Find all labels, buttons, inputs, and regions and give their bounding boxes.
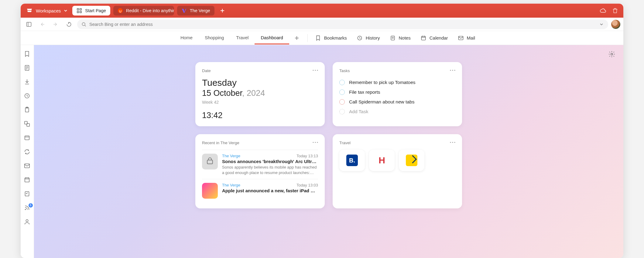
- widget-menu-button[interactable]: [450, 140, 455, 146]
- clipboard-icon: [24, 106, 30, 113]
- panel-notes[interactable]: [24, 106, 31, 114]
- sync-icon: [24, 148, 30, 155]
- panel-reading-list[interactable]: [24, 64, 31, 72]
- date-widget: Date Tuesday 15 October, 2024 Week 42 13…: [195, 62, 325, 126]
- plus-icon: [220, 9, 224, 13]
- svg-rect-1: [80, 9, 81, 10]
- browser-window: Workspaces Start Page Reddit - Dive into…: [21, 4, 623, 258]
- panel-translate[interactable]: [24, 120, 31, 128]
- tab-reddit[interactable]: Reddit - Dive into anything: [113, 6, 174, 16]
- widget-menu-button[interactable]: [450, 68, 455, 74]
- title-bar: Workspaces Start Page Reddit - Dive into…: [21, 4, 623, 18]
- feed-item[interactable]: The Verge Today 13:03 Apple just announc…: [202, 179, 318, 202]
- panel-toggle-button[interactable]: [24, 19, 34, 30]
- back-button[interactable]: [37, 19, 47, 30]
- task-item[interactable]: Call Spiderman about new tabs: [339, 97, 455, 107]
- left-panel-rail: 6: [21, 45, 34, 258]
- reload-icon: [66, 21, 72, 27]
- task-item[interactable]: File tax reports: [339, 87, 455, 97]
- trash-icon: [612, 7, 618, 14]
- quick-bookmarks[interactable]: Bookmarks: [314, 33, 348, 43]
- widget-title: Recent in The Verge: [202, 141, 239, 145]
- trash-button[interactable]: [611, 6, 620, 15]
- tab-the-verge[interactable]: The Verge: [177, 6, 214, 16]
- svg-point-6: [121, 11, 122, 12]
- sync-button[interactable]: [598, 6, 608, 15]
- arrow-left-icon: [39, 21, 45, 27]
- new-tab-button[interactable]: [219, 7, 226, 14]
- page-tabs: Home Shopping Travel Dashboard: [174, 32, 289, 44]
- task-checkbox[interactable]: [339, 89, 345, 95]
- svg-point-27: [315, 70, 316, 71]
- panel-downloads[interactable]: [24, 78, 31, 86]
- quick-notes[interactable]: Notes: [389, 33, 412, 43]
- main-area: 6 Date Tuesday 15 October, 2024: [21, 45, 623, 258]
- date-line: 15 October, 2024: [202, 89, 318, 98]
- svg-rect-3: [80, 11, 81, 13]
- widget-menu-button[interactable]: [313, 140, 318, 146]
- panel-calendar[interactable]: [24, 176, 31, 184]
- profile-avatar[interactable]: [611, 20, 620, 29]
- panel-feeds[interactable]: 6: [24, 204, 31, 212]
- tab-home[interactable]: Home: [174, 32, 199, 44]
- feed-time: Today 13:13: [296, 154, 318, 158]
- panel-history[interactable]: [24, 92, 31, 100]
- svg-rect-11: [421, 36, 425, 40]
- expedia-icon: [406, 155, 417, 166]
- history-icon: [357, 35, 363, 41]
- address-input[interactable]: [89, 22, 604, 27]
- svg-rect-0: [77, 9, 79, 10]
- tab-label: Start Page: [85, 8, 106, 13]
- travel-tile-hotels[interactable]: H: [369, 150, 395, 171]
- bookmark-icon: [315, 35, 321, 41]
- dashboard-settings-button[interactable]: [608, 51, 616, 58]
- travel-tile-booking[interactable]: B.: [339, 150, 365, 171]
- tab-dashboard[interactable]: Dashboard: [255, 32, 289, 44]
- workspaces-button[interactable]: Workspaces: [24, 7, 69, 15]
- plus-icon: [295, 36, 299, 40]
- svg-point-29: [450, 70, 451, 71]
- task-checkbox[interactable]: [339, 80, 345, 85]
- task-checkbox[interactable]: [339, 99, 345, 105]
- travel-widget: Travel B. H: [333, 134, 462, 208]
- calendar-icon: [420, 35, 426, 41]
- quick-history[interactable]: History: [355, 33, 381, 43]
- panel-bookmarks[interactable]: [24, 51, 31, 58]
- tab-travel[interactable]: Travel: [230, 32, 255, 44]
- panel-sessions[interactable]: [24, 148, 31, 156]
- add-task-button[interactable]: Add Task: [339, 107, 455, 117]
- quick-mail[interactable]: Mail: [457, 33, 477, 43]
- travel-tile-expedia[interactable]: [399, 150, 424, 171]
- quick-calendar[interactable]: Calendar: [419, 33, 449, 43]
- svg-point-5: [119, 11, 120, 12]
- widget-title: Travel: [339, 141, 351, 145]
- svg-rect-22: [25, 192, 29, 196]
- svg-rect-7: [27, 22, 31, 26]
- panel-tabs[interactable]: [24, 134, 31, 142]
- chevron-down-icon[interactable]: [599, 22, 604, 27]
- feed-description: Sonos apparently believes its mobile app…: [222, 165, 318, 175]
- feed-item[interactable]: The Verge Today 13:13 Sonos announces 'b…: [202, 150, 318, 179]
- task-item[interactable]: Remember to pick up Tomatoes: [339, 78, 455, 87]
- workspaces-icon: [26, 8, 33, 13]
- add-page-tab-button[interactable]: [292, 33, 301, 43]
- task-text: Remember to pick up Tomatoes: [349, 80, 416, 85]
- tab-shopping[interactable]: Shopping: [199, 32, 230, 44]
- panel-contacts[interactable]: [24, 218, 31, 226]
- svg-point-25: [611, 53, 613, 55]
- date-week: Week 42: [202, 100, 318, 105]
- svg-rect-2: [77, 11, 79, 13]
- address-bar-row: [21, 18, 623, 31]
- address-bar[interactable]: [77, 19, 608, 29]
- tab-start-page[interactable]: Start Page: [72, 6, 110, 16]
- panel-tasks[interactable]: [24, 190, 31, 198]
- reload-button[interactable]: [64, 19, 74, 30]
- svg-point-4: [118, 8, 123, 13]
- widget-menu-button[interactable]: [313, 68, 318, 74]
- feed-headline: Apple just announced a new, faster iPad …: [222, 188, 318, 193]
- panel-mail[interactable]: [24, 162, 31, 170]
- forward-button[interactable]: [50, 19, 61, 30]
- date-time: 13:42: [202, 111, 318, 120]
- bookmark-icon: [24, 51, 30, 57]
- dots-icon: [313, 140, 318, 145]
